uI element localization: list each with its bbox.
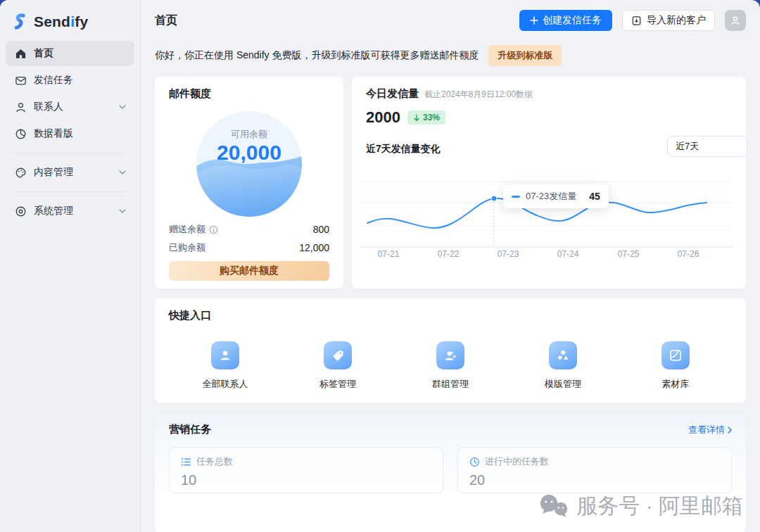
sidebar-item-content-mgmt[interactable]: 内容管理 xyxy=(6,160,134,185)
sidebar-item-label: 内容管理 xyxy=(34,166,73,179)
sendify-logo-icon xyxy=(11,13,28,31)
today-card-subtitle: 截止2024年8月9日12:00数据 xyxy=(424,89,533,101)
sidebar-item-label: 首页 xyxy=(34,47,53,60)
upgrade-button[interactable]: 升级到标准版 xyxy=(488,45,562,66)
quota-gauge: 可用余额 20,000 xyxy=(196,111,302,217)
x-tick: 07-21 xyxy=(378,249,400,259)
stat-label: 任务总数 xyxy=(196,455,233,468)
quick-item-label: 群组管理 xyxy=(432,378,469,391)
menu-divider xyxy=(13,191,127,192)
quota-rows: 赠送余额 800 已购余额 12,000 xyxy=(169,224,329,253)
settings-icon xyxy=(14,205,27,217)
stat-box-total-tasks: 任务总数 10 xyxy=(169,447,443,493)
pie-icon xyxy=(14,128,27,140)
tasks-card-header: 营销任务 查看详情 xyxy=(169,423,732,436)
quota-row-value: 800 xyxy=(313,224,329,235)
tooltip-label: 07-23发信量 xyxy=(526,190,576,203)
tooltip-value: 45 xyxy=(589,191,600,202)
page-title: 首页 xyxy=(155,13,177,28)
x-tick: 07-26 xyxy=(678,249,699,259)
import-customers-button[interactable]: 导入新的客户 xyxy=(622,10,715,31)
x-tick: 07-25 xyxy=(618,249,640,259)
sidebar-item-home[interactable]: 首页 xyxy=(6,41,134,66)
quick-item-label: 标签管理 xyxy=(319,378,356,391)
sidebar-item-system-mgmt[interactable]: 系统管理 xyxy=(6,198,134,224)
sidebar: Sendify 首页 发信任务 联系人 xyxy=(0,0,141,532)
group-icon xyxy=(436,341,464,369)
x-tick: 07-23 xyxy=(498,249,519,259)
x-tick: 07-22 xyxy=(438,249,460,259)
info-icon[interactable] xyxy=(209,225,218,234)
sidebar-item-send-tasks[interactable]: 发信任务 xyxy=(6,68,134,93)
quota-row-purchased: 已购余额 12,000 xyxy=(169,242,329,253)
quick-item-material-library[interactable]: 素材库 xyxy=(619,341,732,391)
today-card-title: 今日发信量 xyxy=(366,87,419,101)
chevron-down-icon xyxy=(119,105,126,109)
buy-quota-button[interactable]: 购买邮件额度 xyxy=(169,261,329,281)
watermark-text: 服务号 · 阿里邮箱 xyxy=(576,492,743,521)
import-icon xyxy=(631,15,642,26)
banner-text: 你好，你正在使用 Sendify 免费版，升级到标准版可获得更多赠送邮件额度 xyxy=(155,49,479,62)
stat-box-in-progress: 进行中的任务数 20 xyxy=(457,447,732,493)
sidebar-item-label: 系统管理 xyxy=(34,205,73,217)
view-details-link[interactable]: 查看详情 xyxy=(688,424,732,436)
quick-item-label: 全部联系人 xyxy=(203,378,248,391)
main-content: 首页 创建发信任务 导入新的客户 你好，你正在使用 Sendify 免费版，升级… xyxy=(141,0,760,532)
email-quota-card: 邮件额度 可用余额 20,000 赠送余额 xyxy=(155,77,343,289)
contacts-icon xyxy=(211,341,239,369)
sidebar-item-dashboard[interactable]: 数据看版 xyxy=(6,121,134,146)
sending-trend-chart[interactable]: 07-21 07-22 07-23 07-24 07-25 07-26 07-2… xyxy=(366,170,732,274)
chevron-down-icon xyxy=(119,209,126,213)
tag-icon xyxy=(324,341,352,369)
user-avatar[interactable] xyxy=(725,10,746,31)
gauge-label: 可用余额 xyxy=(196,128,302,141)
quick-item-template-mgmt[interactable]: 模版管理 xyxy=(507,341,619,391)
material-icon xyxy=(661,341,690,369)
delta-badge: 33% xyxy=(407,110,445,125)
quota-row-value: 12,000 xyxy=(299,242,329,253)
task-stats: 任务总数 10 进行中的任务数 20 xyxy=(169,447,732,493)
tasks-card-title: 营销任务 xyxy=(169,423,211,436)
sidebar-item-contacts[interactable]: 联系人 xyxy=(6,94,134,120)
range-select[interactable]: 近7天 xyxy=(667,136,747,157)
home-icon xyxy=(14,48,27,60)
wechat-icon xyxy=(538,494,569,519)
top-cards-row: 邮件额度 可用余额 20,000 赠送余额 xyxy=(155,77,746,289)
brand-logo: Sendify xyxy=(0,10,140,32)
palette-icon xyxy=(14,167,27,179)
quick-card-title: 快捷入口 xyxy=(169,309,732,322)
create-task-button[interactable]: 创建发信任务 xyxy=(519,10,612,31)
arrow-down-icon xyxy=(413,114,420,122)
quota-row-gift: 赠送余额 800 xyxy=(169,224,329,235)
sidebar-item-label: 联系人 xyxy=(34,101,63,113)
quick-item-tag-mgmt[interactable]: 标签管理 xyxy=(281,341,394,391)
mail-icon xyxy=(14,75,27,87)
stat-label: 进行中的任务数 xyxy=(485,455,549,468)
delta-value: 33% xyxy=(423,113,440,122)
stat-label-row: 任务总数 xyxy=(181,455,431,468)
template-icon xyxy=(549,341,577,369)
gauge-value: 20,000 xyxy=(196,141,302,165)
sidebar-item-label: 数据看版 xyxy=(34,127,73,140)
today-value-row: 2000 33% xyxy=(366,108,732,127)
upgrade-banner: 你好，你正在使用 Sendify 免费版，升级到标准版可获得更多赠送邮件额度 升… xyxy=(155,45,746,66)
sidebar-item-label: 发信任务 xyxy=(34,74,73,87)
quick-item-group-mgmt[interactable]: 群组管理 xyxy=(394,341,507,391)
quota-row-label: 已购余额 xyxy=(169,241,205,254)
brand-name: Sendify xyxy=(34,13,88,30)
today-value: 2000 xyxy=(366,108,400,127)
watermark: 服务号 · 阿里邮箱 xyxy=(538,492,743,521)
quick-item-label: 素材库 xyxy=(662,378,690,391)
quick-items: 全部联系人 标签管理 群组管理 xyxy=(169,341,732,391)
x-tick: 07-24 xyxy=(557,249,579,259)
series-marker xyxy=(512,196,520,198)
stat-label-row: 进行中的任务数 xyxy=(469,455,720,468)
user-icon xyxy=(14,101,27,113)
quota-card-title: 邮件额度 xyxy=(169,87,329,101)
quota-row-label: 赠送余额 xyxy=(169,223,205,236)
stat-value: 10 xyxy=(181,472,431,488)
clock-icon xyxy=(469,457,480,467)
person-icon xyxy=(730,15,741,26)
today-volume-card: 今日发信量 截止2024年8月9日12:00数据 2000 33% 近7天发信量… xyxy=(352,77,746,289)
quick-item-all-contacts[interactable]: 全部联系人 xyxy=(169,341,281,391)
